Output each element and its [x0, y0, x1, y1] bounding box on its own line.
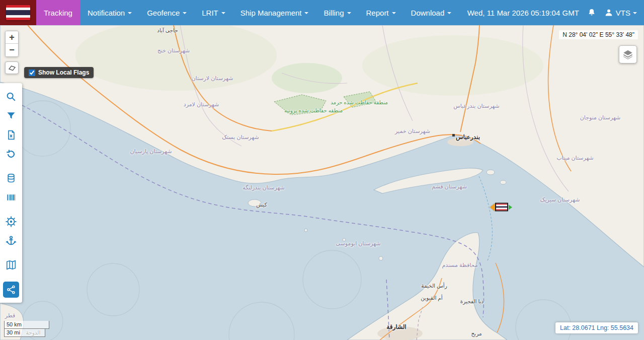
- user-menu[interactable]: VTS: [604, 8, 637, 17]
- map-icon: [6, 259, 17, 270]
- scale-control: 50 km 30 mi: [4, 321, 49, 337]
- show-local-flags-toggle[interactable]: Show Local Flags: [24, 67, 94, 78]
- flag-stripe: [6, 10, 30, 15]
- user-icon: [604, 8, 613, 17]
- refresh-button[interactable]: [0, 145, 22, 164]
- helm-button[interactable]: [0, 212, 22, 231]
- map-container[interactable]: حاجی آبادشهرستان خنجشهرستان لارستانشهرست…: [0, 25, 644, 340]
- barcode-icon: [6, 192, 16, 202]
- filter-icon: [6, 111, 16, 121]
- chevron-down-icon: [304, 12, 308, 14]
- nav-label: LRIT: [202, 9, 218, 17]
- nav-label: Report: [366, 9, 389, 17]
- nav-label: Download: [411, 9, 445, 17]
- chevron-down-icon: [221, 12, 225, 14]
- notifications-bell-icon[interactable]: [587, 8, 596, 17]
- nav-tab-report[interactable]: Report: [359, 0, 404, 25]
- nav-label: Tracking: [44, 9, 72, 17]
- filter-button[interactable]: [0, 106, 22, 125]
- scale-km: 50 km: [4, 321, 49, 329]
- vessel-marker[interactable]: [490, 203, 512, 212]
- nav-tab-lrit[interactable]: LRIT: [194, 0, 233, 25]
- network-icon: [7, 285, 16, 294]
- measure-icon: [8, 64, 16, 72]
- nav-tab-billing[interactable]: Billing: [316, 0, 358, 25]
- export-file-button[interactable]: [0, 125, 22, 145]
- chevron-down-icon: [392, 12, 396, 14]
- zoom-out-button[interactable]: −: [6, 44, 18, 56]
- nav-label: Ship Management: [240, 9, 302, 17]
- coordinates-display: N 28° 04' 02" E 55° 33' 48": [559, 30, 638, 39]
- nav-tab-download[interactable]: Download: [404, 0, 459, 25]
- network-button[interactable]: [3, 282, 19, 298]
- helm-icon: [5, 216, 17, 228]
- zoom-control: + −: [5, 31, 19, 57]
- chevron-down-icon: [633, 12, 637, 14]
- anchor-button[interactable]: [0, 231, 22, 250]
- search-button[interactable]: [0, 87, 22, 106]
- map-button[interactable]: [0, 255, 22, 275]
- cursor-latlng-display: Lat: 28.0671 Lng: 55.5634: [555, 322, 638, 333]
- nav-label: Geofence: [147, 9, 180, 17]
- nav-tab-notification[interactable]: Notification: [80, 0, 139, 25]
- database-button[interactable]: [0, 169, 22, 188]
- database-icon: [6, 173, 16, 184]
- datetime-display: Wed, 11 Mar 2026 05:19:04 GMT: [467, 9, 579, 17]
- username-label: VTS: [616, 9, 630, 17]
- vessel-speed-vector-icon: [509, 205, 512, 210]
- nav-label: Billing: [324, 9, 344, 17]
- layers-control-button[interactable]: [619, 45, 637, 63]
- show-local-flags-checkbox[interactable]: [29, 70, 35, 76]
- flag-stripe: [6, 18, 30, 20]
- file-export-icon: [6, 130, 16, 140]
- thai-flag-logo: [6, 5, 30, 20]
- layers-icon: [622, 49, 633, 60]
- anchor-icon: [6, 235, 17, 246]
- show-local-flags-label: Show Local Flags: [38, 69, 89, 76]
- measure-tool-button[interactable]: [5, 61, 19, 74]
- zoom-in-button[interactable]: +: [6, 31, 18, 44]
- navbar-right: Wed, 11 Mar 2026 05:19:04 GMT VTS: [467, 0, 644, 25]
- app-logo[interactable]: [0, 0, 36, 25]
- search-icon: [6, 91, 17, 102]
- vessel-flag-thailand: [495, 203, 508, 212]
- nav-label: Notification: [88, 9, 125, 17]
- map-tool-strip: [0, 83, 22, 303]
- nav-tab-tracking[interactable]: Tracking: [36, 0, 80, 25]
- vessel-heading-icon: [490, 203, 495, 211]
- top-navbar: Tracking Notification Geofence LRIT Ship…: [0, 0, 644, 25]
- refresh-icon: [6, 149, 17, 160]
- chevron-down-icon: [447, 12, 451, 14]
- chevron-down-icon: [183, 12, 187, 14]
- scale-mi: 30 mi: [4, 328, 45, 337]
- chevron-down-icon: [128, 12, 132, 14]
- nav-tab-ship-management[interactable]: Ship Management: [233, 0, 316, 25]
- chevron-down-icon: [347, 12, 351, 14]
- map-canvas[interactable]: [0, 25, 644, 340]
- city-marker: [452, 134, 455, 137]
- nav-tab-geofence[interactable]: Geofence: [139, 0, 194, 25]
- barcode-button[interactable]: [0, 188, 22, 207]
